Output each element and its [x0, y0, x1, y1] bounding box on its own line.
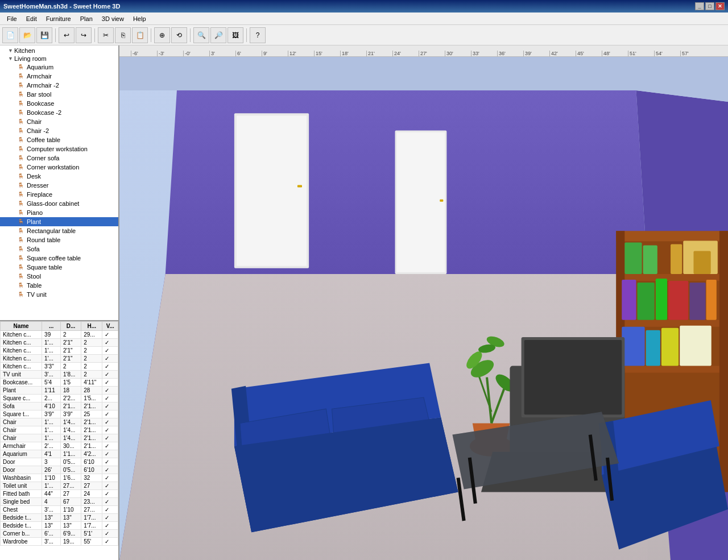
- menu-file[interactable]: File: [2, 14, 22, 23]
- properties-panel[interactable]: Name ... D... H... V... Kitchen c...3922…: [0, 321, 118, 560]
- tree-item-square-table[interactable]: 🪑Square table: [0, 263, 118, 272]
- tree-item-plant[interactable]: 🪑Plant: [0, 217, 118, 226]
- tree-item-bookcase-2[interactable]: 🪑Bookcase -2: [0, 108, 118, 117]
- tree-item-label-piano: Piano: [27, 209, 43, 216]
- toolbar-button-7[interactable]: ✂: [98, 27, 114, 43]
- table-row[interactable]: Kitchen c...3'3"22✓: [1, 363, 118, 371]
- col-2: ...: [42, 322, 61, 331]
- tree-item-icon-plant: 🪑: [16, 218, 25, 226]
- table-cell: 4'10: [42, 403, 61, 410]
- table-row[interactable]: Washbasin1'101'6...32✓: [1, 474, 118, 482]
- canvas-3d[interactable]: [119, 57, 728, 560]
- table-row[interactable]: Bedside t...13"13"1'7...✓: [1, 522, 118, 530]
- toolbar-button-15[interactable]: 🔎: [210, 27, 226, 43]
- tree-item-glass-door-cabinet[interactable]: 🪑Glass-door cabinet: [0, 199, 118, 208]
- toolbar-button-0[interactable]: 📄: [2, 27, 18, 43]
- menu-furniture[interactable]: Furniture: [42, 14, 76, 23]
- tree-item-fireplace[interactable]: 🪑Fireplace: [0, 190, 118, 199]
- toolbar-button-11[interactable]: ⊕: [154, 27, 170, 43]
- table-row[interactable]: Chair1'...1'4...2'1...✓: [1, 418, 118, 426]
- table-cell: 1'5...: [81, 395, 102, 403]
- table-row[interactable]: Chair1'...1'4...2'1...✓: [1, 426, 118, 434]
- tree-item-square-coffee-table[interactable]: 🪑Square coffee table: [0, 254, 118, 263]
- tree-item-computer-workstation[interactable]: 🪑Computer workstation: [0, 144, 118, 154]
- table-row[interactable]: Chair1'...1'4...2'1...✓: [1, 434, 118, 442]
- tree-item-livingroom[interactable]: ▼Living room: [0, 55, 118, 63]
- tree-item-icon-coffee-table: 🪑: [16, 136, 25, 144]
- table-row[interactable]: Fitted bath44"2724✓: [1, 490, 118, 498]
- tree-item-chair[interactable]: 🪑Chair: [0, 117, 118, 126]
- maximize-button[interactable]: □: [705, 2, 714, 10]
- menu-plan[interactable]: Plan: [76, 14, 97, 23]
- close-button[interactable]: ✕: [715, 2, 725, 10]
- tree-item-piano[interactable]: 🪑Piano: [0, 208, 118, 217]
- table-row[interactable]: Bedside t...13"13"1'7...✓: [1, 514, 118, 522]
- tree-item-tv-unit[interactable]: 🪑TV unit: [0, 290, 118, 299]
- toolbar-button-12[interactable]: ⟲: [171, 27, 187, 43]
- toolbar-button-16[interactable]: 🖼: [228, 27, 243, 43]
- toolbar-button-9[interactable]: 📋: [132, 27, 148, 43]
- tree-item-armchair[interactable]: 🪑Armchair: [0, 72, 118, 81]
- table-row[interactable]: Kitchen c...1'...2'1"2✓: [1, 339, 118, 347]
- toolbar-button-8[interactable]: ⎘: [115, 27, 131, 43]
- tree-item-dresser[interactable]: 🪑Dresser: [0, 181, 118, 190]
- table-row[interactable]: Square c...2...2'2...1'5...✓: [1, 395, 118, 403]
- tree-item-corner-workstation[interactable]: 🪑Corner workstation: [0, 163, 118, 172]
- table-row[interactable]: Square t...3'9"3'9"25✓: [1, 410, 118, 418]
- tree-item-desk[interactable]: 🪑Desk: [0, 172, 118, 181]
- table-row[interactable]: Bookcase...5'41'54'11"✓: [1, 379, 118, 387]
- toolbar-button-5[interactable]: ↪: [76, 27, 92, 43]
- toolbar-button-2[interactable]: 💾: [36, 27, 52, 43]
- tree-item-round-table[interactable]: 🪑Round table: [0, 235, 118, 244]
- table-row[interactable]: Door26'0'5...6'10✓: [1, 466, 118, 474]
- tree-item-aquarium[interactable]: 🪑Aquarium: [0, 63, 118, 72]
- table-row[interactable]: Kitchen c...1'...2'1"2✓: [1, 347, 118, 355]
- menu-3d-view[interactable]: 3D view: [97, 14, 129, 23]
- table-row[interactable]: Wardrobe3'...19...55'✓: [1, 538, 118, 546]
- tree-item-corner-sofa[interactable]: 🪑Corner sofa: [0, 154, 118, 163]
- table-cell: 13": [61, 522, 81, 530]
- table-cell: ✓: [102, 426, 118, 434]
- tree-item-bookcase[interactable]: 🪑Bookcase: [0, 99, 118, 108]
- tree-item-table[interactable]: 🪑Table: [0, 281, 118, 290]
- tree-item-icon-aquarium: 🪑: [16, 63, 25, 71]
- table-row[interactable]: Sofa4'102'1...2'1...✓: [1, 403, 118, 410]
- tree-item-stool[interactable]: 🪑Stool: [0, 272, 118, 281]
- tree-item-armchair-2[interactable]: 🪑Armchair -2: [0, 81, 118, 90]
- tree-item-label-corner-workstation: Corner workstation: [27, 164, 79, 171]
- toolbar-button-4[interactable]: ↩: [59, 27, 75, 43]
- minimize-button[interactable]: _: [695, 2, 704, 10]
- table-cell: 2: [81, 363, 102, 371]
- table-row[interactable]: Door30'5...6'10✓: [1, 458, 118, 466]
- menu-help[interactable]: Help: [129, 14, 151, 23]
- toolbar-button-1[interactable]: 📂: [19, 27, 35, 43]
- table-row[interactable]: Chest3'...1'1027...✓: [1, 506, 118, 514]
- tree-item-chair-2[interactable]: 🪑Chair -2: [0, 126, 118, 135]
- table-cell: 1'7...: [81, 514, 102, 522]
- menu-edit[interactable]: Edit: [22, 14, 42, 23]
- table-cell: 23...: [81, 498, 102, 506]
- table-row[interactable]: TV unit3'...1'8...2✓: [1, 371, 118, 379]
- toolbar-button-14[interactable]: 🔍: [193, 27, 209, 43]
- tree-item-bar-stool[interactable]: 🪑Bar stool: [0, 90, 118, 99]
- table-cell: ✓: [102, 363, 118, 371]
- tree-item-label-square-table: Square table: [27, 264, 62, 271]
- table-row[interactable]: Plant1'111828✓: [1, 387, 118, 395]
- tree-item-coffee-table[interactable]: 🪑Coffee table: [0, 135, 118, 144]
- table-row[interactable]: Kitchen c...1'...2'1"2✓: [1, 355, 118, 363]
- tree-item-sofa[interactable]: 🪑Sofa: [0, 244, 118, 254]
- tree-item-rectangular-table[interactable]: 🪑Rectangular table: [0, 226, 118, 235]
- toolbar-button-18[interactable]: ?: [250, 27, 266, 43]
- table-row[interactable]: Single bed46723...✓: [1, 498, 118, 506]
- table-row[interactable]: Kitchen c...39229...✓: [1, 331, 118, 339]
- table-row[interactable]: Aquarium4'11'1...4'2...✓: [1, 450, 118, 458]
- table-cell: 5'1': [81, 530, 102, 538]
- tree-item-kitchen[interactable]: ▼Kitchen: [0, 47, 118, 55]
- table-row[interactable]: Armchair2'...30...2'1...✓: [1, 442, 118, 450]
- table-row[interactable]: Toilet unit1'...27...27✓: [1, 482, 118, 490]
- table-cell: 25: [81, 410, 102, 418]
- table-row[interactable]: Corner b...6'...6'9...5'1'✓: [1, 530, 118, 538]
- table-cell: Toilet unit: [1, 482, 42, 490]
- svg-rect-26: [638, 283, 655, 320]
- tree-view[interactable]: ▼Kitchen▼Living room🪑Aquarium🪑Armchair🪑A…: [0, 45, 118, 321]
